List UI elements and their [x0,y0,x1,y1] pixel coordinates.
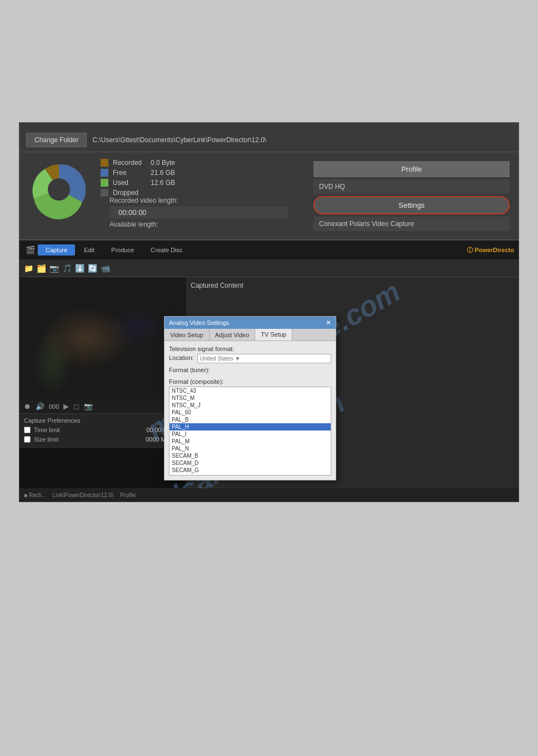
powerdirector-icon: ⓘ [467,247,473,253]
time-limit-label: Time limit [34,427,143,433]
app-icon: 🎬 [24,244,37,256]
format-item-pal_m[interactable]: PAL_M [170,438,331,445]
video-content [19,277,186,399]
tab-create-disc[interactable]: Create Disc [143,244,190,256]
toolbar-icon-2[interactable]: 🗂️ [37,264,46,273]
play-icon[interactable]: ▶ [63,402,69,410]
dialog-tab-video-setup[interactable]: Video Setup [165,329,210,341]
video-controls: ⏺ 🔊 000 ▶ ◻ 📷 [19,399,186,413]
dropped-label: Dropped [113,189,146,197]
recorded-color [101,159,108,167]
change-folder-button[interactable]: Change Folder [26,133,87,147]
video-preview-panel: ⏺ 🔊 000 ▶ ◻ 📷 Capture Preferences Time l… [19,277,186,488]
format-item-secam_d[interactable]: SECAM_D [170,459,331,467]
format-item-pal_i[interactable]: PAL_I [170,430,331,438]
app-nav: 🎬 Capture Edit Produce Create Disc ⓘ Pow… [19,241,519,259]
format-item-pal_n[interactable]: PAL_N [170,445,331,452]
format-item-ntsc_m[interactable]: NTSC_M [170,394,331,402]
bottom-profile-label: Profile [120,492,136,498]
snapshot-icon[interactable]: 📷 [84,402,93,410]
toolbar-icon-1[interactable]: 📁 [24,264,33,273]
format-list[interactable]: NTSC_43NTSC_MNTSC_M_JPAL_60PAL_BPAL_HPAL… [169,387,331,475]
capture-prefs-title: Capture Preferences [24,417,182,424]
format-item-ntsc_m_j[interactable]: NTSC_M_J [170,402,331,409]
app-name: ⓘ PowerDirecto [467,246,514,254]
format-item-pal_h[interactable]: PAL_H [170,423,331,430]
recorded-video-length-label: Recorded video length: [101,197,297,207]
svg-point-1 [48,178,70,201]
format-item-secam_g[interactable]: SECAM_G [170,467,331,474]
free-label: Free [113,169,146,177]
profile-button[interactable]: Profile [313,161,510,177]
toolbar-icon-3[interactable]: 📷 [49,264,59,273]
dialog-title: Analog Video Settings [169,319,229,326]
capture-device-label: Conexant Polaris Video Capture [313,217,510,231]
toolbar-icon-4[interactable]: 🎵 [62,264,72,273]
recorded-value: 0.0 Byte [151,159,175,167]
toolbar-icon-5[interactable]: ⬇️ [75,264,84,273]
video-frame [19,277,186,399]
free-value: 21.6 GB [151,169,175,177]
analog-video-settings-dialog: Analog Video Settings ✕ Video Setup Adju… [164,316,336,480]
toolbar-icon-6[interactable]: 🔄 [88,264,97,273]
format-tuner-label: Format (tuner): [169,367,210,373]
folder-path: C:\Users\Gttest\Documents\CyberLink\Powe… [92,136,512,144]
recorded-label: Recorded [113,159,146,167]
tv-signal-label: Television signal format: [169,346,331,352]
right-panel: Profile DVD HQ Settings Conexant Polaris… [308,159,510,233]
dialog-tab-tv-setup[interactable]: TV Setup [255,329,292,341]
dialog-close-button[interactable]: ✕ [326,319,331,327]
format-item-pal_b[interactable]: PAL_B [170,416,331,423]
used-color [101,179,108,187]
record-button[interactable]: ⏺ [24,402,31,410]
tab-edit[interactable]: Edit [76,244,102,256]
dialog-tab-adjust-video[interactable]: Adjust Video [210,329,256,341]
available-length-label: Available length: [101,218,297,233]
bottom-status-bar: ■ Recli... Link\PowerDirector\12.0\ Prof… [19,488,519,502]
free-color [101,169,108,177]
dialog-titlebar: Analog Video Settings ✕ [165,317,336,329]
pie-chart [28,159,89,220]
stop-icon[interactable]: ◻ [73,402,79,410]
size-limit-checkbox[interactable] [24,436,31,443]
capture-preferences: Capture Preferences Time limit 00:00:00 … [19,413,186,448]
dialog-tabs: Video Setup Adjust Video TV Setup [165,329,336,341]
location-label: Location: [169,354,194,361]
app-toolbar: 📁 🗂️ 📷 🎵 ⬇️ 🔄 📹 [19,259,519,277]
dvd-label: DVD HQ [313,179,510,194]
format-item-secam_h[interactable]: SECAM_H [170,474,331,475]
format-item-ntsc_43[interactable]: NTSC_43 [170,387,331,394]
counter-display: 000 [49,403,59,410]
format-item-secam_b[interactable]: SECAM_B [170,452,331,459]
used-value: 12.6 GB [151,179,175,187]
time-limit-checkbox[interactable] [24,427,31,433]
tab-capture[interactable]: Capture [38,244,75,256]
legend-area: Recorded 0.0 Byte Free 21.6 GB Used 12.6… [101,159,297,197]
volume-icon[interactable]: 🔊 [36,402,44,410]
dialog-body: Television signal format: Location: Form… [165,341,336,480]
bottom-rec-label: ■ Recli... [24,492,46,498]
location-input[interactable] [197,354,331,363]
toolbar-icon-7[interactable]: 📹 [101,264,110,273]
recorded-time-display: 00:00:00 [109,207,288,218]
format-composite-label: Format (composite): [169,378,331,385]
format-item-pal_60[interactable]: PAL_60 [170,409,331,416]
used-label: Used [113,179,146,187]
captured-content-title: Captured Content [191,282,514,289]
size-limit-label: Size limit [34,436,142,443]
dropped-color [101,189,108,197]
settings-button[interactable]: Settings [313,196,510,214]
bottom-link-label: Link\PowerDirector\12.0\ [52,492,113,498]
location-field: Location: [169,354,331,363]
tab-produce[interactable]: Produce [103,244,142,256]
format-tuner-field: Format (tuner): [169,367,331,375]
